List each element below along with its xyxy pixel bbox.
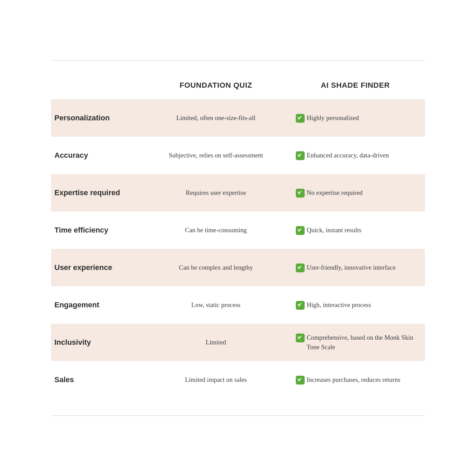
- ai-text-inclusivity: Comprehensive, based on the Monk Skin To…: [307, 333, 415, 352]
- ai-text-personalization: Highly personalized: [307, 113, 415, 123]
- row-ai-sales: Increases purchases, reduces returns: [286, 368, 425, 391]
- table-header: FOUNDATION QUIZ AI SHADE FINDER: [51, 78, 425, 97]
- check-icon-personalization: [296, 114, 305, 123]
- row-quiz-personalization: Limited, often one-size-fits-all: [146, 106, 286, 130]
- check-icon-sales: [296, 376, 305, 385]
- row-ai-time: Quick, instant results: [286, 219, 425, 242]
- comparison-table-container: FOUNDATION QUIZ AI SHADE FINDER Personal…: [51, 40, 425, 436]
- header-empty: [51, 78, 146, 97]
- check-icon-time: [296, 226, 305, 235]
- bottom-divider: [51, 415, 425, 416]
- row-quiz-accuracy: Subjective, relies on self-assessment: [146, 144, 286, 167]
- table-row-inclusivity: Inclusivity Limited Comprehensive, based…: [51, 324, 425, 361]
- row-ai-expertise: No expertise required: [286, 181, 425, 204]
- ai-text-engagement: High, interactive process: [307, 300, 415, 310]
- row-quiz-expertise: Requires user expertise: [146, 181, 286, 204]
- row-ai-inclusivity: Comprehensive, based on the Monk Skin To…: [286, 326, 425, 358]
- row-quiz-engagement: Low, static process: [146, 293, 286, 317]
- row-label-user-experience: User experience: [51, 256, 146, 279]
- row-ai-accuracy: Enhanced accuracy, data-driven: [286, 144, 425, 167]
- row-label-time: Time efficiency: [51, 219, 146, 241]
- table-row-sales: Sales Limited impact on sales Increases …: [51, 361, 425, 398]
- check-icon-expertise: [296, 189, 305, 198]
- row-label-sales: Sales: [51, 369, 146, 391]
- row-quiz-user-experience: Can be complex and lengthy: [146, 256, 286, 279]
- table-row-time: Time efficiency Can be time-consuming Qu…: [51, 211, 425, 249]
- ai-text-time: Quick, instant results: [307, 225, 415, 235]
- table-row-engagement: Engagement Low, static process High, int…: [51, 286, 425, 324]
- table-row-user-experience: User experience Can be complex and lengt…: [51, 249, 425, 286]
- row-label-accuracy: Accuracy: [51, 144, 146, 167]
- table-row-personalization: Personalization Limited, often one-size-…: [51, 99, 425, 137]
- row-label-expertise: Expertise required: [51, 182, 146, 204]
- table-row-expertise: Expertise required Requires user experti…: [51, 174, 425, 211]
- header-foundation-quiz: FOUNDATION QUIZ: [146, 78, 286, 97]
- row-quiz-inclusivity: Limited: [146, 331, 286, 354]
- row-label-personalization: Personalization: [51, 107, 146, 129]
- row-quiz-time: Can be time-consuming: [146, 219, 286, 242]
- check-icon-inclusivity: [296, 334, 305, 342]
- ai-text-sales: Increases purchases, reduces returns: [307, 375, 415, 385]
- row-quiz-sales: Limited impact on sales: [146, 368, 286, 391]
- row-ai-user-experience: User-friendly, innovative interface: [286, 256, 425, 279]
- row-ai-personalization: Highly personalized: [286, 106, 425, 130]
- check-icon-engagement: [296, 301, 305, 310]
- row-label-engagement: Engagement: [51, 294, 146, 316]
- top-divider: [51, 60, 425, 61]
- table-row-accuracy: Accuracy Subjective, relies on self-asse…: [51, 137, 425, 174]
- ai-text-user-experience: User-friendly, innovative interface: [307, 263, 415, 272]
- row-ai-engagement: High, interactive process: [286, 293, 425, 317]
- comparison-table: FOUNDATION QUIZ AI SHADE FINDER Personal…: [51, 78, 425, 398]
- check-icon-user-experience: [296, 264, 305, 272]
- ai-text-accuracy: Enhanced accuracy, data-driven: [307, 151, 415, 160]
- table-body: Personalization Limited, often one-size-…: [51, 99, 425, 398]
- header-ai-shade-finder: AI SHADE FINDER: [286, 78, 425, 97]
- check-icon-accuracy: [296, 151, 305, 160]
- ai-text-expertise: No expertise required: [307, 188, 415, 198]
- row-label-inclusivity: Inclusivity: [51, 331, 146, 354]
